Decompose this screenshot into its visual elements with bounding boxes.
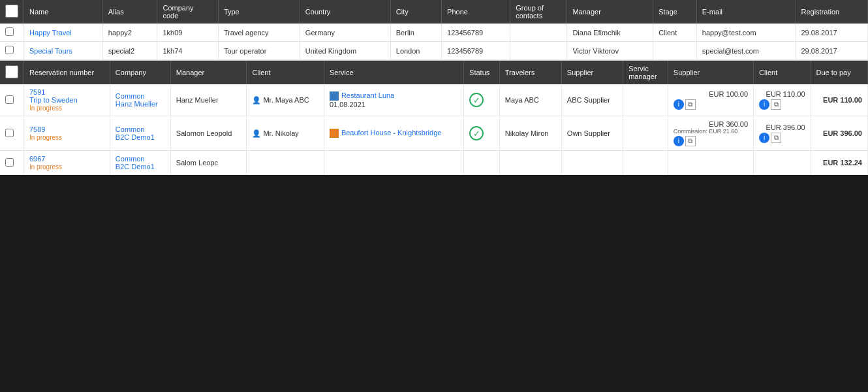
company-code-cell: 1kh09 <box>157 24 218 42</box>
client-copy-icon[interactable]: ⧉ <box>771 99 781 110</box>
res-supplier-name-cell <box>561 151 623 175</box>
res-travelers-cell <box>499 151 561 175</box>
company-country-cell: Germany <box>300 24 390 42</box>
commission-note: Commission: EUR 21.60 <box>674 128 748 135</box>
service-link[interactable]: Beaufort House - Knightsbridge <box>341 129 441 137</box>
res-row-checkbox[interactable] <box>5 158 14 167</box>
status-badge: In progress <box>29 134 62 141</box>
res-service-cell: Restaurant Luna 01.08.2021 <box>324 84 463 116</box>
select-all-companies-checkbox[interactable] <box>5 5 18 18</box>
res-service-manager-cell <box>623 151 668 175</box>
company-stage-cell <box>653 42 697 60</box>
company-registration-cell: 29.08.2017 <box>796 24 868 42</box>
col-email: E-mail <box>696 0 796 24</box>
supplier-info-icon[interactable]: i <box>674 99 684 110</box>
res-due-pay-cell: EUR 132.24 <box>811 151 867 175</box>
supplier-copy-icon[interactable]: ⧉ <box>685 136 696 146</box>
col-res-client-amt: Client <box>754 61 811 84</box>
reservations-table: Reservation number Company Manager Clien… <box>0 61 868 175</box>
col-group: Group ofcontacts <box>510 0 567 24</box>
client-copy-icon[interactable]: ⧉ <box>771 133 781 143</box>
res-due-pay-cell: EUR 396.00 <box>811 116 867 151</box>
res-row-checkbox[interactable] <box>5 95 14 104</box>
company-stage-cell: Client <box>653 24 697 42</box>
person-icon: 👤 <box>252 129 261 137</box>
col-res-service-manager: Servicmanager <box>623 61 668 84</box>
company-city-cell: London <box>390 42 441 60</box>
company-name-link[interactable]: Special Tours <box>29 47 72 55</box>
company-registration-cell: 29.08.2017 <box>796 42 868 60</box>
res-manager-cell: Salom Leopc <box>170 151 247 175</box>
res-client-cell: 👤Mr. Maya ABC <box>247 84 324 116</box>
row-checkbox[interactable] <box>5 46 14 54</box>
company-link[interactable]: Common <box>116 92 145 100</box>
status-badge: In progress <box>29 163 62 171</box>
col-res-supplier-amt: Supplier <box>668 61 753 84</box>
col-manager: Manager <box>567 0 653 24</box>
company-country-cell: United Kingdom <box>300 42 390 60</box>
col-company-code: Companycode <box>157 0 218 24</box>
company-name-cell: Happy Travel <box>24 24 103 42</box>
res-company-cell: Common B2C Demo1 <box>110 151 170 175</box>
company-link[interactable]: Common <box>116 155 145 163</box>
res-supplier-amt-cell <box>668 151 753 175</box>
res-service-manager-cell <box>623 84 668 116</box>
company-manager-cell: Victor Viktorov <box>567 42 653 60</box>
client-info-icon[interactable]: i <box>759 99 769 110</box>
companies-table: Name Alias Companycode Type Country City… <box>0 0 868 60</box>
hotel-icon <box>330 129 339 138</box>
res-service-cell: Beaufort House - Knightsbridge <box>324 116 463 151</box>
reservation-row: 6967 In progress Common B2C Demo1 Salom … <box>0 151 868 175</box>
res-number-cell: 6967 In progress <box>24 151 110 175</box>
company-group-cell <box>510 24 567 42</box>
row-checkbox-cell <box>0 42 24 60</box>
supplier-copy-icon[interactable]: ⧉ <box>685 99 696 110</box>
res-supplier-name-cell: ABC Supplier <box>561 84 623 116</box>
reservation-number-link[interactable]: 7591 <box>29 88 45 96</box>
reservation-row: 7589 In progress Common B2C Demo1 Salomo… <box>0 116 868 151</box>
company-link[interactable]: Common <box>116 125 145 133</box>
trip-title-link[interactable]: Trip to Sweden <box>29 96 78 104</box>
row-checkbox[interactable] <box>5 27 14 36</box>
row-checkbox-cell <box>0 24 24 42</box>
company-sub-link[interactable]: Hanz Mueller <box>116 100 158 108</box>
client-info-icon[interactable]: i <box>759 133 769 143</box>
res-status-cell <box>464 151 500 175</box>
col-city: City <box>390 0 441 24</box>
company-manager-cell: Diana Efimchik <box>567 24 653 42</box>
res-manager-cell: Hanz Mueller <box>170 84 247 116</box>
service-link[interactable]: Restaurant Luna <box>341 91 394 99</box>
reservation-number-link[interactable]: 6967 <box>29 155 45 163</box>
col-registration: Registration <box>796 0 868 24</box>
res-due-pay-cell: EUR 110.00 <box>811 84 867 116</box>
col-alias: Alias <box>102 0 157 24</box>
res-checkbox-cell <box>0 151 24 175</box>
company-name-cell: Special Tours <box>24 42 103 60</box>
col-phone: Phone <box>442 0 510 24</box>
col-type: Type <box>218 0 300 24</box>
res-travelers-cell: Nikolay Miron <box>499 116 561 151</box>
col-country: Country <box>300 0 390 24</box>
res-client-amt-cell: EUR 110.00i⧉ <box>754 84 811 116</box>
res-service-manager-cell <box>623 116 668 151</box>
res-service-cell <box>324 151 463 175</box>
reservation-number-link[interactable]: 7589 <box>29 125 45 133</box>
reservation-row: 7591 Trip to Sweden In progress Common H… <box>0 84 868 116</box>
table-row: Happy Travel happy2 1kh09 Travel agency … <box>0 24 868 42</box>
company-name-link[interactable]: Happy Travel <box>29 29 72 37</box>
res-row-checkbox[interactable] <box>5 129 14 137</box>
col-res-manager: Manager <box>170 61 247 84</box>
select-all-reservations-checkbox[interactable] <box>5 65 18 78</box>
status-check-icon: ✓ <box>469 93 484 107</box>
col-res-client: Client <box>247 61 324 84</box>
company-alias-cell: special2 <box>102 42 157 60</box>
res-number-cell: 7589 In progress <box>24 116 110 151</box>
company-sub-link[interactable]: B2C Demo1 <box>116 163 155 171</box>
res-supplier-amt-cell: EUR 100.00i⧉ <box>668 84 753 116</box>
company-sub-link[interactable]: B2C Demo1 <box>116 133 155 141</box>
supplier-info-icon[interactable]: i <box>674 136 684 146</box>
col-res-supplier-name: Supplier <box>561 61 623 84</box>
res-status-cell: ✓ <box>464 84 500 116</box>
reservations-section: Reservation number Company Manager Clien… <box>0 61 868 175</box>
company-group-cell <box>510 42 567 60</box>
